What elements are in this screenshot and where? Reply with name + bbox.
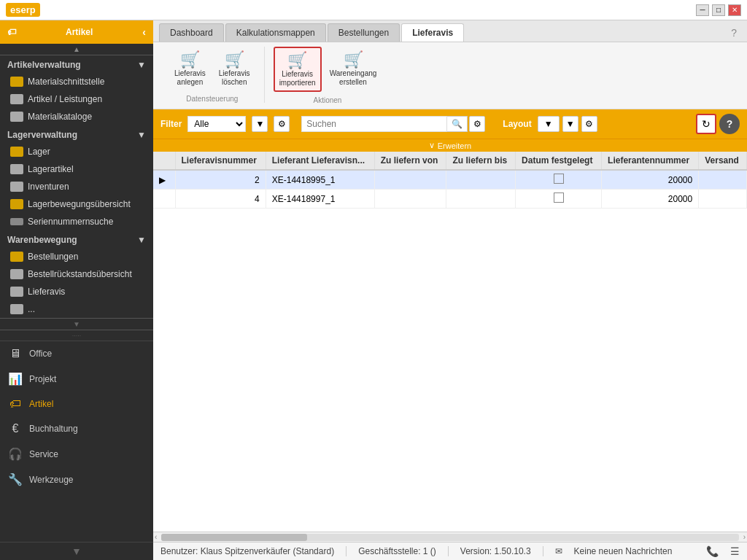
expand-chevron: ∨ xyxy=(429,141,435,150)
loeschen-icon: 🛒 xyxy=(225,50,244,69)
lager-icon xyxy=(10,147,23,157)
status-divider2 xyxy=(448,546,449,556)
sidebar-item-label: Inventuren xyxy=(28,182,69,192)
scroll-right-btn[interactable]: › xyxy=(742,533,747,541)
layout-controls: ▼ ▼ ⚙ xyxy=(538,116,597,132)
sidebar-item-materialschnittstelle[interactable]: Materialschnittstelle xyxy=(0,73,153,90)
sidebar-item-more[interactable]: ... xyxy=(0,300,153,318)
toolbar-label-datensteuerung: Datensteuerung xyxy=(186,95,238,103)
btn-lieferavis-loeschen[interactable]: 🛒 Lieferavis löschen xyxy=(214,47,255,90)
table-row[interactable]: 4 XE-14418997_1 20000 xyxy=(153,190,747,209)
col-selector xyxy=(153,152,175,170)
tab-lieferavis[interactable]: Lieferavis xyxy=(401,23,464,42)
col-zu-liefern-bis[interactable]: Zu liefern bis xyxy=(446,152,516,170)
materialschnittstelle-icon xyxy=(10,77,23,87)
scroll-left-btn[interactable]: ‹ xyxy=(153,533,158,541)
email-icon: ✉ xyxy=(555,546,562,556)
tab-kalkulationsmappen[interactable]: Kalkulationsmappen xyxy=(225,23,326,42)
sidebar-item-seriennummer[interactable]: Seriennummernsuche xyxy=(0,213,153,230)
sidebar-item-label: Bestellungen xyxy=(28,252,78,262)
minimize-button[interactable]: ─ xyxy=(696,4,709,16)
title-bar: eserp ─ □ ✕ xyxy=(0,0,747,20)
sidebar-item-label: Lieferavis xyxy=(28,287,65,297)
layout-funnel-btn[interactable]: ▼ xyxy=(562,116,578,132)
bestellungen-icon xyxy=(10,252,23,262)
search-button[interactable]: 🔍 xyxy=(447,116,468,132)
col-lieferantennummer[interactable]: Lieferantennummer xyxy=(602,152,699,170)
scrollbar-thumb[interactable] xyxy=(161,534,307,541)
status-user: Benutzer: Klaus Spitzenverkäufer (Standa… xyxy=(160,546,334,556)
artikel-icon xyxy=(10,94,23,104)
sidebar-item-lieferavis[interactable]: Lieferavis xyxy=(0,283,153,300)
sidebar-item-artikel-leistungen[interactable]: Artikel / Leistungen xyxy=(0,90,153,108)
nav-werkzeuge[interactable]: 🔧 Werkzeuge xyxy=(0,467,153,492)
col-versand[interactable]: Versand xyxy=(699,152,747,170)
maximize-button[interactable]: □ xyxy=(712,4,725,16)
menu-icon[interactable]: ☰ xyxy=(730,545,740,557)
filter-settings-btn[interactable]: ⚙ xyxy=(274,116,290,132)
help-button[interactable]: ? xyxy=(719,114,740,134)
nav-service[interactable]: 🎧 Service xyxy=(0,441,153,467)
nav-werkzeuge-label: Werkzeuge xyxy=(29,475,73,485)
help-tab-icon[interactable]: ? xyxy=(727,24,741,42)
nav-office-label: Office xyxy=(29,349,52,359)
werkzeuge-icon: 🔧 xyxy=(7,472,23,486)
filter-select[interactable]: Alle Aktive Inaktive xyxy=(187,116,246,132)
status-version: Version: 1.50.10.3 xyxy=(460,546,531,556)
sidebar-item-label: ... xyxy=(28,304,35,314)
sidebar-item-inventuren[interactable]: Inventuren xyxy=(0,178,153,195)
col-lieferavisnummer[interactable]: Lieferavisnummer xyxy=(175,152,266,170)
sidebar-item-label: Bestellrückstandsübersicht xyxy=(28,269,132,279)
window-controls: ─ □ ✕ xyxy=(696,4,741,16)
scrollbar-track[interactable] xyxy=(161,534,738,541)
layout-settings-btn[interactable]: ⚙ xyxy=(581,116,597,132)
toolbar: 🛒 Lieferavis anlegen 🛒 Lieferavis lösche… xyxy=(153,42,747,109)
refresh-button[interactable]: ↻ xyxy=(696,114,716,134)
buchhaltung-icon: € xyxy=(7,422,23,435)
sidebar-collapse-icon[interactable]: ‹ xyxy=(142,26,146,38)
sidebar-item-label: Artikel / Leistungen xyxy=(28,94,102,104)
cell-lieferavisnummer: 4 xyxy=(175,190,266,209)
status-bar: Benutzer: Klaus Spitzenverkäufer (Standa… xyxy=(153,542,747,560)
col-datum-festgelegt[interactable]: Datum festgelegt xyxy=(516,152,602,170)
col-lieferant[interactable]: Lieferant Lieferavisn... xyxy=(266,152,374,170)
close-button[interactable]: ✕ xyxy=(728,4,741,16)
layout-select-btn[interactable]: ▼ xyxy=(538,116,560,132)
anlegen-icon: 🛒 xyxy=(180,50,200,69)
horizontal-scrollbar[interactable]: ‹ › xyxy=(153,532,747,542)
sidebar-item-lagerartikel[interactable]: Lagerartikel xyxy=(0,160,153,178)
tab-bestellungen[interactable]: Bestellungen xyxy=(328,23,400,42)
nav-artikel[interactable]: 🏷 Artikel xyxy=(0,392,153,416)
section-chevron: ▼ xyxy=(137,60,146,70)
filter-label: Filter xyxy=(160,119,182,129)
sidebar-item-lagerbewegung[interactable]: Lagerbewegungsübersicht xyxy=(0,195,153,213)
datum-checkbox2[interactable] xyxy=(554,192,564,203)
btn-lieferavis-anlegen[interactable]: 🛒 Lieferavis anlegen xyxy=(169,47,211,90)
search-input[interactable] xyxy=(301,116,447,132)
datum-checkbox[interactable] xyxy=(554,174,564,184)
seriennummer-icon xyxy=(10,218,23,225)
sidebar-item-lager[interactable]: Lager xyxy=(0,143,153,160)
sidebar-item-bestellungen[interactable]: Bestellungen xyxy=(0,248,153,265)
expand-bar[interactable]: ∨ Erweitern xyxy=(153,139,747,152)
cell-lieferant: XE-14418995_1 xyxy=(266,170,374,190)
aktionen-buttons: 🛒 Lieferavis importieren 🛒 Wareneingang … xyxy=(274,47,382,92)
filter-funnel-btn[interactable]: ▼ xyxy=(252,116,268,132)
nav-projekt[interactable]: 📊 Projekt xyxy=(0,366,153,392)
nav-buchhaltung[interactable]: € Buchhaltung xyxy=(0,416,153,441)
sidebar-item-bestellrueckstand[interactable]: Bestellrückstandsübersicht xyxy=(0,265,153,283)
sidebar-header[interactable]: 🏷 Artikel ‹ xyxy=(0,20,153,44)
sidebar-item-label: Materialkataloge xyxy=(28,112,92,122)
sidebar-item-materialkataloge[interactable]: Materialkataloge xyxy=(0,108,153,125)
tab-dashboard[interactable]: Dashboard xyxy=(159,23,224,42)
nav-office[interactable]: 🖥 Office xyxy=(0,341,153,366)
filter-bar: Filter Alle Aktive Inaktive ▼ ⚙ 🔍 ⚙ Layo… xyxy=(153,109,747,139)
cell-datum-festgelegt xyxy=(516,170,602,190)
cell-zu-liefern-von xyxy=(374,170,446,190)
sidebar: 🏷 Artikel ‹ ▲ Artikelverwaltung ▼ Materi… xyxy=(0,20,153,560)
col-zu-liefern-von[interactable]: Zu liefern von xyxy=(374,152,446,170)
table-row[interactable]: ▶ 2 XE-14418995_1 20000 xyxy=(153,170,747,190)
btn-wareneingang-erstellen[interactable]: 🛒 Wareneingang erstellen xyxy=(325,47,382,92)
btn-lieferavis-importieren[interactable]: 🛒 Lieferavis importieren xyxy=(274,47,322,92)
search-settings-btn[interactable]: ⚙ xyxy=(469,116,485,132)
